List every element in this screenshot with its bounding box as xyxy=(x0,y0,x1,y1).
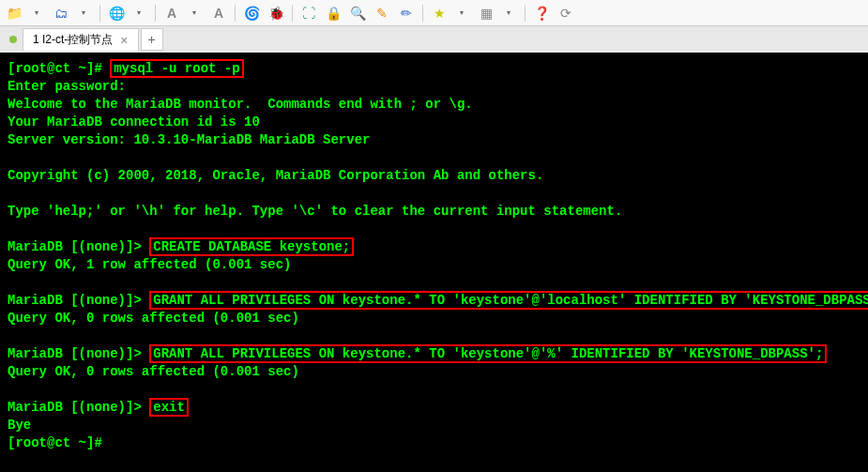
font-a-icon[interactable]: A xyxy=(161,3,182,23)
divider xyxy=(525,5,525,22)
grid-icon[interactable]: ▦ xyxy=(476,3,496,23)
tab-bar: 1 I2-ct-控制节点 × + xyxy=(0,26,868,53)
refresh-icon[interactable]: ⟳ xyxy=(556,3,576,23)
globe-dropdown-icon[interactable]: ▾ xyxy=(129,3,149,23)
tab-label: 1 I2-ct-控制节点 xyxy=(33,32,113,48)
tab-active-indicator xyxy=(9,36,17,43)
help-icon[interactable]: ❓ xyxy=(531,3,552,23)
tab-session[interactable]: 1 I2-ct-控制节点 × xyxy=(23,28,139,51)
mariadb-prompt: MariaDB [(none)]> xyxy=(8,239,149,254)
folder-dropdown-icon[interactable]: ▾ xyxy=(26,3,47,23)
divider xyxy=(235,5,236,22)
terminal-line: Welcome to the MariaDB monitor. Commands… xyxy=(8,97,473,112)
grid-dropdown-icon[interactable]: ▾ xyxy=(498,3,519,23)
terminal-line: Bye xyxy=(8,418,31,433)
search-icon[interactable]: 🔍 xyxy=(347,3,368,23)
command-highlight: GRANT ALL PRIVILEGES ON keystone.* TO 'k… xyxy=(149,344,827,363)
close-icon[interactable]: × xyxy=(120,33,128,48)
command-highlight: exit xyxy=(149,398,189,417)
main-toolbar: 📁 ▾ 🗂 ▾ 🌐 ▾ A ▾ A 🌀 🐞 ⛶ 🔒 🔍 ✎ ✏ ★ ▾ ▦ ▾ … xyxy=(0,0,868,26)
terminal-line: Copyright (c) 2000, 2018, Oracle, MariaD… xyxy=(8,168,543,183)
font-dropdown-icon[interactable]: ▾ xyxy=(184,3,205,23)
lock-icon[interactable]: 🔒 xyxy=(323,3,343,23)
folder-icon[interactable]: 📁 xyxy=(4,3,24,23)
terminal-line: Your MariaDB connection id is 10 xyxy=(8,114,260,129)
star-icon[interactable]: ★ xyxy=(429,3,449,23)
cards-dropdown-icon[interactable]: ▾ xyxy=(73,3,94,23)
terminal-line: Enter password: xyxy=(8,79,126,94)
wand-icon[interactable]: ✎ xyxy=(372,3,392,23)
shell-prompt: [root@ct ~]# xyxy=(8,61,110,76)
command-highlight: mysql -u root -p xyxy=(110,59,243,78)
expand-icon[interactable]: ⛶ xyxy=(298,3,319,23)
divider xyxy=(99,5,100,22)
bug-icon[interactable]: 🐞 xyxy=(266,3,286,23)
mariadb-prompt: MariaDB [(none)]> xyxy=(8,293,149,308)
globe-icon[interactable]: 🌐 xyxy=(106,3,127,23)
command-highlight: CREATE DATABASE keystone; xyxy=(149,237,354,256)
font-a2-icon[interactable]: A xyxy=(208,3,229,23)
terminal-line: Server version: 10.3.10-MariaDB MariaDB … xyxy=(8,132,370,147)
mariadb-prompt: MariaDB [(none)]> xyxy=(8,400,149,415)
shell-prompt: [root@ct ~]# xyxy=(8,435,102,450)
pencil-icon[interactable]: ✏ xyxy=(396,3,417,23)
terminal-line: Query OK, 0 rows affected (0.001 sec) xyxy=(8,311,299,326)
terminal-line: Query OK, 1 row affected (0.001 sec) xyxy=(8,257,291,272)
terminal-output[interactable]: [root@ct ~]# mysql -u root -p Enter pass… xyxy=(0,53,868,472)
swirl-icon[interactable]: 🌀 xyxy=(241,3,262,23)
cards-icon[interactable]: 🗂 xyxy=(51,3,71,23)
command-highlight: GRANT ALL PRIVILEGES ON keystone.* TO 'k… xyxy=(149,291,868,310)
terminal-line: Query OK, 0 rows affected (0.001 sec) xyxy=(8,364,299,379)
divider xyxy=(292,5,293,22)
divider xyxy=(155,5,156,22)
star-dropdown-icon[interactable]: ▾ xyxy=(451,3,472,23)
mariadb-prompt: MariaDB [(none)]> xyxy=(8,346,149,361)
divider xyxy=(422,5,423,22)
tab-add-button[interactable]: + xyxy=(141,28,163,51)
terminal-line: Type 'help;' or '\h' for help. Type '\c'… xyxy=(8,204,622,219)
